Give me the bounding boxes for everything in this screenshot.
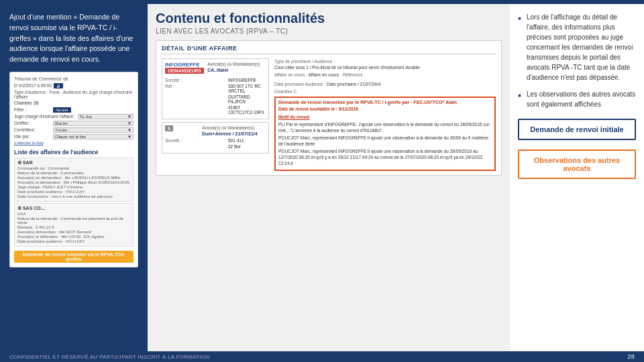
party1-detail-row3: 41907 13CTC17C2-19FX xyxy=(165,105,266,115)
party2-name-val: 501 411 xyxy=(228,138,266,143)
detail-content: INFOGREFFE DEMANDEURS Avocat(s) ou Manda… xyxy=(162,58,496,171)
motif-text: Motif du renvoi xyxy=(278,115,310,119)
mock-controleur-row: Contrôleur : Tro.lov ▼ xyxy=(14,127,133,133)
tribunal-label-text: Tribunal de Commerce de xyxy=(14,76,68,81)
list-item-detail: Juge chargé : PENCI JLET Christine xyxy=(17,185,130,189)
party1-detail-val3: 41907 13CTC17C2-19FX xyxy=(228,105,266,115)
detail-affaire-box: DÉTAIL D'UNE AFFAIRE INFOGREFFE DEMANDEU… xyxy=(156,40,502,176)
main-content: Ajout d'une mention « Demande de renvoi … xyxy=(0,4,644,351)
bullet-item-1: ▪ Lors de l'affichage du détail de l'aff… xyxy=(518,12,636,82)
list-item: ⚙ SAS CO... CHA Nature de la demande : C… xyxy=(14,203,133,247)
mock-controleur-select[interactable]: Tro.lov ▼ xyxy=(53,127,133,133)
mock-juge-row: Juge chargé d'instruire l'affaire : Tu..… xyxy=(14,114,133,119)
bullet-dot-2: ▪ xyxy=(518,90,521,109)
detail-header: DÉTAIL D'UNE AFFAIRE xyxy=(162,45,496,54)
bullet-text-1: Lors de l'affichage du détail de l'affai… xyxy=(527,12,636,82)
list-item-detail: Date prochaine audience : VV/J.UUIY xyxy=(17,239,130,243)
mock-print-btn[interactable]: 🖨 xyxy=(54,83,63,88)
mock-saisi-select[interactable]: Cliquer sur le lien ▼ xyxy=(53,134,133,139)
list-item-title: SAR xyxy=(23,160,33,165)
affaire-en-cours: Affaire en cours : Affaire en cours xyxy=(274,72,339,78)
page-number: 28 xyxy=(627,353,635,360)
list-item-detail: Avocat(s) demandeur : Me NIOT Bernard xyxy=(17,230,130,234)
right-panel: ▪ Lors de l'affichage du détail de l'aff… xyxy=(510,4,644,351)
mock-juge-label: Juge chargé d'instruire l'affaire : xyxy=(14,114,76,119)
mock-juge-select[interactable]: Tu..lua ▼ xyxy=(78,114,133,119)
party1-detail-val2: GUITTARD FILJFCN xyxy=(228,95,266,104)
callout-renvoi-initiale: Demande de renvoi initiale xyxy=(518,119,636,140)
infogreffe-logo: INFOGREFFE xyxy=(165,62,204,68)
list-item-detail: Avocat(s) ou demandeur : Me +ADDALI+JOUR… xyxy=(17,176,130,180)
party1-detail-val: 330 007 1TC RC SRCTEL xyxy=(228,84,266,93)
mock-audience-row: D V/2/2017 à 09:00 🖨 xyxy=(14,83,133,88)
list-item-header: ⚙ SAS CO... xyxy=(17,206,130,211)
party1-avocat: CA..Natel xyxy=(207,68,271,72)
party2-name-label: Société : xyxy=(165,138,225,143)
left-panel: Ajout d'une mention « Demande de renvoi … xyxy=(0,4,148,351)
party2-name-row: Société : 501 411 xyxy=(165,138,266,143)
avocat-col-label: Avocat(s) ou Mandataire(s) xyxy=(207,62,271,66)
chambre-row: Chambre C xyxy=(274,88,496,95)
detail-right-col: Type de procédure / Audience : Cour-cité… xyxy=(274,58,496,171)
center-subtitle: LIEN AVEC LES AVOCATS (RPVA – TC) xyxy=(156,27,502,35)
party2-col: Avocat(s) ou Mandataire(s) Dum+Ahrene / … xyxy=(199,125,266,136)
mock-ui-screenshot: Tribunal de Commerce de D V/2/2017 à 09:… xyxy=(9,72,138,267)
party1-detail-row: Réf : 330 007 1TC RC SRCTEL xyxy=(165,84,266,93)
mock-saisi-row: rôle par : Cliquer sur le lien ▼ xyxy=(14,134,133,139)
description-text: Ajout d'une mention « Demande de renvoi … xyxy=(9,13,133,63)
mock-greffier-select[interactable]: Bos.ler ▼ xyxy=(53,121,133,126)
mock-chambre: Chambre 2B xyxy=(14,101,133,105)
list-item-detail: Avocat(s) et demandeur : Me +Philippe Br… xyxy=(17,180,130,184)
reference-row: Référence : xyxy=(343,72,366,78)
renvoi-label: Demande de renvoi transmise par le RPVA-… xyxy=(278,100,492,105)
obs1-text: PLI Par le représentant d'INFOGREFFE: J'… xyxy=(278,121,492,133)
mock-audience-label: D V/2/2017 à 09:00 xyxy=(14,83,52,88)
chevron-icon: ▼ xyxy=(127,135,131,139)
mock-filtre-row: Filtre : Ajouter xyxy=(14,107,133,113)
list-item-detail: Nature de la demande : Commande en paiem… xyxy=(17,217,130,225)
chevron-icon: ▼ xyxy=(127,128,131,132)
list-item: ⚙ SAR Commandé sur : Commande Nature de … xyxy=(14,158,133,202)
center-title: Contenu et fonctionnalités xyxy=(156,11,502,26)
list-item-header: ⚙ SAR xyxy=(17,160,130,166)
type-procedure-row: Type de procédure / Audience : Cour-cité… xyxy=(274,58,496,70)
demand-tag: DEMANDEURS xyxy=(165,68,204,74)
parties-tag: b xyxy=(165,125,173,131)
list-item-detail: Avocat(s) et défendeur : Me VJCNC JUX Ag… xyxy=(17,235,130,239)
mock-section-title: Liste des affaires de l'audience xyxy=(14,149,133,156)
mock-liste-link[interactable]: s'allécher la liste xyxy=(14,141,133,145)
party1-detail-row2: GUITTARD FILJFCN xyxy=(165,95,266,104)
party1-detail-label2 xyxy=(165,95,225,104)
list-item-detail: Nature de la demande : Commandes xyxy=(17,171,130,175)
mock-ajouter-btn[interactable]: Ajouter xyxy=(53,107,71,113)
detail-left-col: INFOGREFFE DEMANDEURS Avocat(s) ou Manda… xyxy=(162,58,269,171)
party1-detail-label: Réf : xyxy=(165,84,225,93)
motif-label: Motif du renvoi xyxy=(278,114,492,120)
party2-detail-label xyxy=(165,144,225,149)
list-item-detail: CHA xyxy=(17,212,130,216)
infogreffe-section: INFOGREFFE DEMANDEURS Avocat(s) ou Manda… xyxy=(162,58,269,119)
date-prochaine-row: Date prochaine Audience : Date prochaine… xyxy=(274,81,496,87)
bullet-text-2: Les observations des autres avocats sont… xyxy=(527,89,636,109)
bullet-item-2: ▪ Les observations des autres avocats so… xyxy=(518,89,636,109)
party1-name-val: INFOGREFFE xyxy=(228,78,266,82)
highlight-bar: Demande de renvoi soumise via le RPVA-TC… xyxy=(14,251,133,263)
page-container: Ajout d'une mention « Demande de renvoi … xyxy=(0,0,644,362)
mock-controleur-label: Contrôleur : xyxy=(14,127,51,132)
obs3-text: POUCJOT Marc, représentant INFOGREFFE Il… xyxy=(278,148,492,166)
party2-detail-val: 22 Bor xyxy=(228,144,266,149)
list-item-detail: Date conclusions : mm.n à une audience d… xyxy=(17,194,130,198)
mock-saisi-label: rôle par : xyxy=(14,134,51,139)
bullet-dot-1: ▪ xyxy=(518,13,521,82)
mock-juge-val: Tu..lua xyxy=(80,115,92,119)
mock-greffier-val: Bos.ler xyxy=(55,121,68,125)
party-col: Avocat(s) ou Mandataire(s) CA..Natel xyxy=(204,62,271,72)
chevron-icon: ▼ xyxy=(127,121,131,125)
mock-greffier-row: Greffier : Bos.ler ▼ xyxy=(14,121,133,126)
gear-icon: ⚙ xyxy=(17,160,23,165)
party2-avocat: Dum+Ahrene / 21/07/21/4 xyxy=(202,131,266,136)
mock-tribunal-label: Tribunal de Commerce de xyxy=(14,76,133,81)
mock-filtre-label: Filtre : xyxy=(14,107,51,112)
party1-detail-label3 xyxy=(165,105,225,115)
list-item-title: SAS CO... xyxy=(23,206,45,210)
